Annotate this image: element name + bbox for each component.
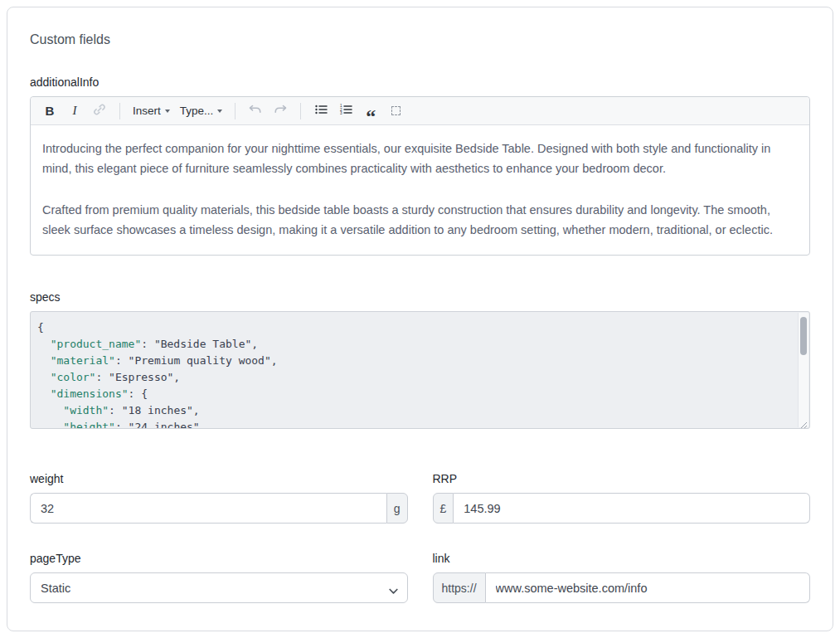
type-menu-button[interactable]: Type... [177,100,226,122]
redo-button[interactable] [269,100,291,122]
bullet-list-icon [314,103,328,119]
page-type-select[interactable]: Static [30,572,408,603]
custom-fields-card: Custom fields additionalInfo B I Insert [7,7,833,631]
weight-label: weight [30,472,408,485]
chevron-down-icon [217,110,222,113]
bullet-list-button[interactable] [310,100,332,122]
frame-button[interactable] [385,100,406,122]
weight-input[interactable] [30,493,386,524]
toolbar-divider [235,103,235,119]
additional-info-label: additionalInfo [30,75,810,89]
rich-text-editor: B I Insert Type... [30,96,810,256]
link-field: link https:// [433,552,811,603]
link-protocol-addon: https:// [433,572,486,603]
scrollbar-track[interactable] [798,313,808,427]
chevron-down-icon [165,110,170,113]
weight-field: weight g [30,472,408,524]
rich-text-toolbar: B I Insert Type... [31,97,809,125]
resize-grip-icon[interactable] [799,417,808,426]
blockquote-icon: “ [366,102,376,120]
rrp-label: RRP [433,472,811,485]
rrp-field: RRP £ [433,472,811,524]
specs-code-editor[interactable]: { "product_name": "Bedside Table", "mate… [30,311,810,429]
link-icon [93,103,106,119]
italic-button[interactable]: I [64,100,85,122]
ordered-list-button[interactable]: 1 2 3 [335,100,357,122]
frame-icon [391,106,401,115]
toolbar-divider [119,103,120,119]
undo-button[interactable] [245,100,266,122]
redo-icon [273,103,288,119]
scrollbar-thumb[interactable] [800,317,807,355]
insert-menu-button[interactable]: Insert [129,100,173,122]
ordered-list-icon: 1 2 3 [339,103,353,119]
rrp-input[interactable] [454,493,810,524]
type-menu-label: Type... [180,105,214,117]
blockquote-button[interactable]: “ [360,100,381,122]
page-type-label: pageType [30,552,408,565]
rrp-currency-addon: £ [433,493,454,524]
link-input[interactable] [486,572,810,603]
undo-icon [248,103,263,119]
page-type-selected-value: Static [41,582,70,595]
chevron-down-icon [389,584,398,597]
rich-text-content[interactable]: Introducing the perfect companion for yo… [31,125,809,255]
specs-code-content: { "product_name": "Bedside Table", "mate… [31,312,809,429]
page-type-field: pageType Static [30,552,408,603]
paragraph: Crafted from premium quality materials, … [42,200,798,240]
link-label: link [433,552,811,565]
svg-text:3: 3 [340,111,342,115]
weight-unit-addon: g [386,493,408,524]
bold-button[interactable]: B [39,100,61,122]
specs-label: specs [30,290,810,304]
insert-menu-label: Insert [133,105,161,117]
page-title: Custom fields [30,32,810,47]
link-button[interactable] [89,100,110,122]
toolbar-divider [300,103,301,119]
paragraph: Introducing the perfect companion for yo… [42,139,798,178]
